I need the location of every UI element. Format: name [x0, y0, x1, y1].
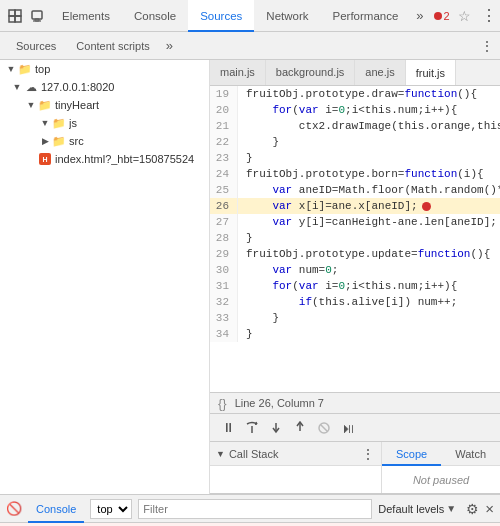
- line-num-22: 22: [210, 134, 238, 150]
- file-tab-ane-js[interactable]: ane.js: [355, 60, 405, 85]
- code-viewer[interactable]: 19 fruitObj.prototype.draw=function(){ 2…: [210, 86, 500, 392]
- tab-sources[interactable]: Sources: [188, 0, 254, 32]
- subtab-sources[interactable]: Sources: [6, 32, 66, 60]
- deactivate-button[interactable]: [314, 418, 334, 438]
- tree-label-tinyheart: tinyHeart: [55, 99, 99, 111]
- tree-arrow-localhost: ▼: [10, 82, 24, 92]
- console-section: 🚫 Console top Default levels ▼ ⚙ × ● Unc…: [0, 494, 500, 526]
- scope-tab[interactable]: Scope: [382, 442, 441, 466]
- console-tab[interactable]: Console: [28, 495, 84, 523]
- subtab-more[interactable]: »: [160, 38, 179, 53]
- code-line-31: 31 for(var i=0;i<this.num;i++){: [210, 278, 500, 294]
- file-tab-background-js[interactable]: background.js: [266, 60, 356, 85]
- line-code-26: var x[i]=ane.x[aneID];: [238, 198, 500, 214]
- pause-async-button[interactable]: ⏯: [338, 418, 358, 438]
- more-tabs-icon[interactable]: »: [410, 8, 429, 23]
- console-close-btn[interactable]: ×: [485, 501, 494, 516]
- main-layout: ▼ 📁 top ▼ ☁ 127.0.0.1:8020 ▼ 📁 tinyHeart…: [0, 60, 500, 494]
- tab-network[interactable]: Network: [254, 0, 320, 32]
- tree-label-top: top: [35, 63, 50, 75]
- line-num-27: 27: [210, 214, 238, 230]
- code-line-34: 34 }: [210, 326, 500, 342]
- line-code-30: var num=0;: [238, 262, 500, 278]
- error-count: 2: [444, 10, 450, 22]
- code-area: main.js background.js ane.js fruit.js 19…: [210, 60, 500, 494]
- curly-braces-icon: {}: [218, 396, 227, 411]
- line-num-23: 23: [210, 150, 238, 166]
- tree-item-index-html[interactable]: ▶ H index.html?_hbt=150875524: [0, 150, 209, 168]
- tree-item-js[interactable]: ▼ 📁 js: [0, 114, 209, 132]
- console-context-select[interactable]: top: [90, 499, 132, 519]
- subtab-content-scripts[interactable]: Content scripts: [66, 32, 159, 60]
- tree-arrow-top: ▼: [4, 64, 18, 74]
- tab-elements[interactable]: Elements: [50, 0, 122, 32]
- more-menu-icon[interactable]: ⋮: [480, 7, 498, 25]
- svg-rect-3: [15, 10, 21, 16]
- folder-icon-top: 📁: [18, 62, 32, 76]
- star-icon[interactable]: ☆: [456, 7, 474, 25]
- step-into-button[interactable]: [266, 418, 286, 438]
- subtab-menu-btn[interactable]: ⋮: [480, 38, 494, 54]
- file-tab-main-js[interactable]: main.js: [210, 60, 266, 85]
- line-num-34: 34: [210, 326, 238, 342]
- line-code-29: fruitObj.prototype.update=function(){: [238, 246, 500, 262]
- device-icon[interactable]: [28, 7, 46, 25]
- code-lines: 19 fruitObj.prototype.draw=function(){ 2…: [210, 86, 500, 342]
- devtools-panel-icons: [6, 7, 46, 25]
- inspect-icon[interactable]: [6, 7, 24, 25]
- status-position: Line 26, Column 7: [235, 397, 324, 409]
- code-line-21: 21 ctx2.drawImage(this.orange,this.x[i]: [210, 118, 500, 134]
- call-stack-header: ▼ Call Stack ⋮: [210, 442, 381, 466]
- line-code-19: fruitObj.prototype.draw=function(){: [238, 86, 500, 102]
- tree-item-top[interactable]: ▼ 📁 top: [0, 60, 209, 78]
- main-tabs: Elements Console Sources Network Perform…: [50, 0, 430, 32]
- line-code-24: fruitObj.prototype.born=function(i){: [238, 166, 500, 182]
- code-line-24: 24 fruitObj.prototype.born=function(i){: [210, 166, 500, 182]
- line-code-33: }: [238, 310, 500, 326]
- console-filter-input[interactable]: [138, 499, 372, 519]
- error-dot: [434, 12, 442, 20]
- code-line-27: 27 var y[i]=canHeight-ane.len[aneID];: [210, 214, 500, 230]
- console-clear-btn[interactable]: 🚫: [6, 501, 22, 516]
- file-tabs: main.js background.js ane.js fruit.js: [210, 60, 500, 86]
- line-num-28: 28: [210, 230, 238, 246]
- tree-item-tinyheart[interactable]: ▼ 📁 tinyHeart: [0, 96, 209, 114]
- code-line-28: 28 }: [210, 230, 500, 246]
- tree-arrow-src: ▶: [38, 136, 52, 146]
- default-levels[interactable]: Default levels ▼: [378, 503, 456, 515]
- line-num-30: 30: [210, 262, 238, 278]
- tree-item-localhost[interactable]: ▼ ☁ 127.0.0.1:8020: [0, 78, 209, 96]
- line-num-33: 33: [210, 310, 238, 326]
- scope-watch-tabs: Scope Watch: [382, 442, 500, 466]
- code-line-19: 19 fruitObj.prototype.draw=function(){: [210, 86, 500, 102]
- levels-dropdown-icon: ▼: [446, 503, 456, 514]
- pause-button[interactable]: ⏸: [218, 418, 238, 438]
- watch-tab[interactable]: Watch: [441, 442, 500, 466]
- code-line-33: 33 }: [210, 310, 500, 326]
- line-code-31: for(var i=0;i<this.num;i++){: [238, 278, 500, 294]
- svg-rect-0: [9, 10, 15, 16]
- console-context: top: [90, 499, 132, 519]
- line-code-28: }: [238, 230, 500, 246]
- top-right-icons: 2 ☆ ⋮: [434, 7, 498, 25]
- svg-rect-1: [15, 16, 21, 22]
- tab-performance[interactable]: Performance: [321, 0, 411, 32]
- console-gear-icon[interactable]: ⚙: [466, 501, 479, 517]
- file-tab-fruit-js[interactable]: fruit.js: [406, 60, 456, 85]
- tree-item-src[interactable]: ▶ 📁 src: [0, 132, 209, 150]
- step-out-button[interactable]: [290, 418, 310, 438]
- code-line-25: 25 var aneID=Math.floor(Math.random()*an…: [210, 182, 500, 198]
- code-line-29: 29 fruitObj.prototype.update=function(){: [210, 246, 500, 262]
- line-code-22: }: [238, 134, 500, 150]
- line-num-24: 24: [210, 166, 238, 182]
- call-stack-menu[interactable]: ⋮: [361, 446, 375, 462]
- folder-icon-tinyheart: 📁: [38, 98, 52, 112]
- step-over-button[interactable]: [242, 418, 262, 438]
- call-stack-panel: ▼ Call Stack ⋮: [210, 442, 382, 493]
- tab-console[interactable]: Console: [122, 0, 188, 32]
- cloud-icon: ☁: [24, 80, 38, 94]
- tree-label-src: src: [69, 135, 84, 147]
- line-code-21: ctx2.drawImage(this.orange,this.x[i]: [238, 118, 500, 134]
- call-stack-expand[interactable]: ▼: [216, 449, 225, 459]
- code-line-30: 30 var num=0;: [210, 262, 500, 278]
